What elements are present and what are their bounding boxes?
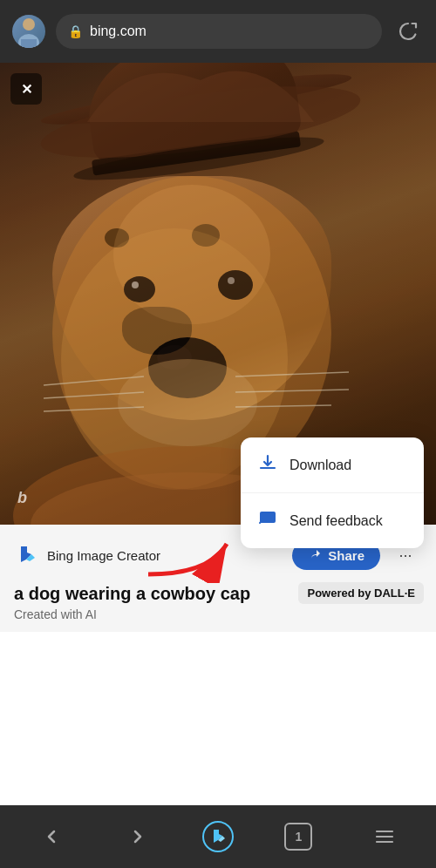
download-icon: [258, 453, 277, 477]
url-bar[interactable]: 🔒 bing.com: [56, 14, 382, 49]
forward-button[interactable]: [117, 816, 159, 858]
feedback-icon: [258, 509, 277, 532]
download-label: Download: [290, 458, 351, 473]
bottom-panel: Download Send feedback Bing Image Creato…: [0, 525, 436, 632]
svg-rect-2: [21, 39, 37, 48]
svg-point-8: [113, 185, 270, 324]
back-button[interactable]: [31, 816, 72, 858]
popup-menu: Download Send feedback: [241, 437, 424, 548]
download-menu-item[interactable]: Download: [241, 437, 424, 493]
dalle-badge: Powered by DALL·E: [298, 582, 424, 604]
svg-point-10: [218, 270, 253, 300]
content-area: ✕: [0, 63, 436, 805]
red-arrow: [140, 522, 244, 587]
svg-point-15: [118, 359, 257, 446]
feedback-label: Send feedback: [290, 513, 383, 529]
tab-count: 1: [284, 823, 312, 851]
share-label: Share: [328, 548, 364, 563]
nav-bar: 1: [0, 805, 436, 868]
svg-point-0: [23, 18, 35, 31]
avatar[interactable]: [12, 15, 45, 48]
browser-bar: 🔒 bing.com: [0, 0, 436, 63]
svg-point-9: [124, 276, 155, 302]
created-label: Created with AI: [14, 607, 422, 621]
svg-point-11: [132, 281, 139, 288]
refresh-button[interactable]: [392, 16, 424, 47]
svg-point-12: [228, 277, 235, 284]
bing-watermark: b: [17, 489, 27, 507]
tabs-button[interactable]: 1: [277, 816, 319, 858]
feedback-menu-item[interactable]: Send feedback: [241, 493, 424, 548]
close-button[interactable]: ✕: [10, 73, 42, 105]
bing-logo: [14, 543, 38, 567]
menu-button[interactable]: [364, 816, 405, 858]
bing-home-button[interactable]: [202, 821, 234, 852]
url-text: bing.com: [90, 24, 146, 39]
lock-icon: 🔒: [68, 24, 83, 38]
